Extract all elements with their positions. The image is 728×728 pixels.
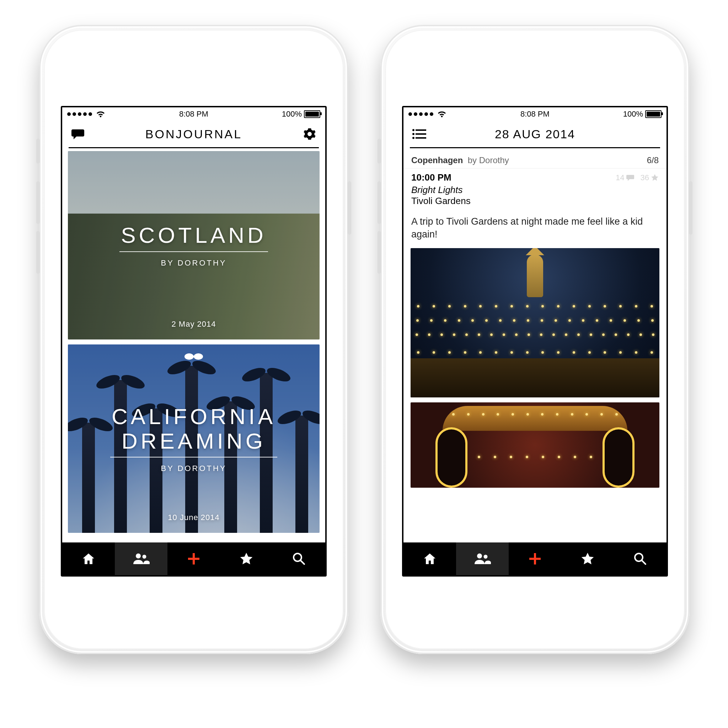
device-camera [530, 56, 540, 66]
entry-photo[interactable] [411, 248, 659, 398]
entry-place: Tivoli Gardens [411, 196, 659, 206]
tab-add[interactable] [509, 543, 561, 575]
tab-star[interactable] [220, 543, 273, 575]
signal-dots-icon [67, 112, 92, 116]
tab-bar [62, 543, 325, 575]
device-speaker [167, 82, 220, 87]
by-prefix: by [468, 155, 477, 165]
star-icon [651, 174, 659, 182]
device-frame-left: 8:08 PM 100% BONJOURNAL [39, 25, 348, 654]
home-button[interactable] [171, 584, 217, 630]
wifi-icon [437, 110, 447, 118]
tab-people[interactable] [115, 543, 167, 575]
svg-rect-11 [416, 137, 426, 139]
tab-home[interactable] [62, 543, 115, 575]
tab-search[interactable] [614, 543, 667, 575]
page-indicator: 6/8 [647, 155, 659, 165]
svg-point-13 [484, 555, 488, 559]
entry-body: A trip to Tivoli Gardens at night made m… [411, 215, 659, 241]
screen-detail: 8:08 PM 100% 28 AUG 2014 [402, 106, 668, 577]
svg-point-10 [412, 137, 414, 139]
nav-spacer [643, 126, 659, 142]
comment-count[interactable]: 14 [616, 173, 634, 182]
entry-time: 10:00 PM [411, 172, 451, 183]
journal-card[interactable]: CALIFORNIA DREAMING BY DOROTHY 10 June 2… [68, 344, 320, 533]
battery-label: 100% [282, 110, 302, 119]
card-date: 10 June 2014 [68, 513, 320, 522]
tab-star[interactable] [561, 543, 614, 575]
status-time: 8:08 PM [520, 110, 549, 119]
nav-bar: 28 AUG 2014 [404, 121, 667, 147]
card-title: SCOTLAND [119, 223, 268, 252]
card-title: CALIFORNIA DREAMING [110, 404, 277, 458]
svg-point-8 [412, 133, 414, 135]
journal-card[interactable]: SCOTLAND BY DOROTHY 2 May 2014 [68, 151, 320, 340]
detail-location: Copenhagen [411, 155, 463, 165]
svg-rect-7 [416, 129, 426, 131]
chat-icon[interactable] [70, 126, 86, 142]
entry-photo[interactable] [411, 402, 659, 488]
star-count[interactable]: 36 [641, 173, 659, 182]
signal-dots-icon [408, 112, 433, 116]
tab-search[interactable] [273, 543, 325, 575]
svg-point-3 [136, 554, 141, 558]
svg-point-6 [412, 129, 414, 131]
device-frame-right: 8:08 PM 100% 28 AUG 2014 [380, 25, 690, 654]
nav-bar: BONJOURNAL [62, 121, 325, 147]
wifi-icon [96, 110, 106, 118]
svg-rect-9 [416, 133, 426, 135]
battery-icon [304, 110, 320, 118]
detail-author: Dorothy [479, 155, 509, 165]
card-byline: BY DOROTHY [161, 258, 226, 268]
nav-divider [69, 147, 319, 148]
svg-point-1 [194, 353, 203, 360]
tab-bar [404, 543, 667, 575]
svg-point-12 [477, 554, 482, 558]
svg-point-4 [142, 555, 147, 559]
app-title: BONJOURNAL [86, 127, 302, 141]
svg-point-0 [185, 353, 194, 360]
status-bar: 8:08 PM 100% [404, 107, 667, 121]
battery-label: 100% [623, 110, 643, 119]
card-date: 2 May 2014 [68, 320, 320, 329]
screen-home: 8:08 PM 100% BONJOURNAL [61, 106, 327, 577]
journal-entry: 10:00 PM 14 36 [404, 168, 667, 241]
device-camera [189, 56, 198, 66]
svg-rect-2 [193, 356, 194, 357]
tab-people[interactable] [456, 543, 509, 575]
sunglasses-icon [184, 352, 204, 361]
home-button[interactable] [512, 584, 558, 630]
tab-add[interactable] [167, 543, 220, 575]
battery-icon [645, 110, 662, 118]
card-byline: BY DOROTHY [161, 464, 226, 473]
detail-date-title: 28 AUG 2014 [427, 127, 643, 141]
list-menu-icon[interactable] [411, 126, 427, 142]
device-speaker [508, 82, 562, 87]
detail-subheader: Copenhagen by Dorothy 6/8 [404, 151, 667, 168]
settings-gear-icon[interactable] [302, 126, 317, 142]
status-bar: 8:08 PM 100% [62, 107, 325, 121]
status-time: 8:08 PM [179, 110, 208, 119]
entry-title: Bright Lights [411, 185, 659, 196]
comment-icon [626, 174, 634, 181]
tab-home[interactable] [404, 543, 456, 575]
nav-divider [410, 147, 660, 148]
